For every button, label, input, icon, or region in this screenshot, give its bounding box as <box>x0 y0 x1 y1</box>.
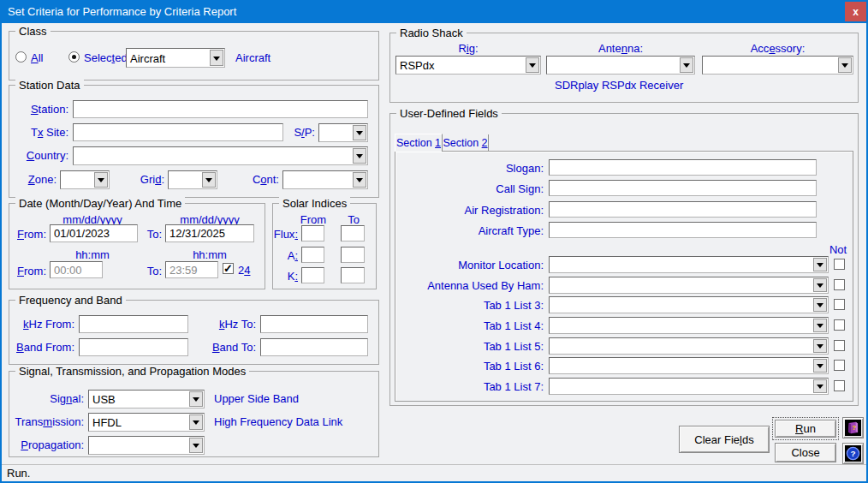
close-icon[interactable]: x <box>845 2 866 21</box>
not-checkbox-5[interactable] <box>834 340 845 351</box>
tx-site-input[interactable] <box>73 123 283 141</box>
window-border-left <box>0 23 2 483</box>
time-to-input <box>165 261 218 278</box>
dropdown-arrow-icon <box>838 57 852 73</box>
khz-from-input[interactable] <box>79 315 188 333</box>
radio-selected-label: Selected: <box>84 51 130 64</box>
time-to-label: To: <box>139 265 162 277</box>
help-button[interactable]: ? <box>842 443 864 464</box>
aircraft-type-label: Aircraft Type: <box>394 224 544 237</box>
tab1-list6-label: Tab 1 List 6: <box>394 360 544 373</box>
not-checkbox-1[interactable] <box>834 259 845 270</box>
dropdown-arrow-icon <box>813 339 827 353</box>
transmission-dropdown[interactable]: HFDL <box>88 413 205 432</box>
signal-dropdown[interactable]: USB <box>88 390 205 408</box>
help-book-button[interactable]: ? <box>842 417 864 438</box>
tab1-list3-dropdown[interactable] <box>549 296 829 313</box>
hours24-label: 24 <box>238 264 250 277</box>
k-to-input[interactable] <box>341 267 365 283</box>
solar-to-header: To <box>341 213 366 226</box>
flux-to-input[interactable] <box>341 225 365 242</box>
station-input[interactable] <box>73 100 368 118</box>
not-column-header: Not <box>825 243 851 256</box>
zone-dropdown[interactable] <box>60 170 110 189</box>
title-bar: Set Criteria for Performance by Criteria… <box>0 0 868 23</box>
dropdown-arrow-icon <box>94 172 108 188</box>
radio-all[interactable] <box>15 51 27 63</box>
band-from-input[interactable] <box>79 338 188 356</box>
monitor-location-dropdown[interactable] <box>549 256 829 273</box>
station-label: Station: <box>15 103 68 116</box>
tab-section-2-label: Section 2 <box>443 137 487 149</box>
dropdown-arrow-icon <box>353 125 366 140</box>
run-label: Run <box>795 422 816 435</box>
date-to-input[interactable] <box>165 224 254 242</box>
date-from-input[interactable] <box>50 224 138 242</box>
status-text: Run. <box>7 467 30 480</box>
k-index-label: K: <box>271 270 298 283</box>
class-dropdown[interactable]: Aircraft <box>126 48 225 68</box>
radio-selected[interactable] <box>68 51 80 63</box>
dropdown-arrow-icon <box>813 298 827 312</box>
run-button[interactable]: Run <box>775 420 836 438</box>
dialog-window: Set Criteria for Performance by Criteria… <box>0 0 868 483</box>
not-checkbox-4[interactable] <box>834 319 845 331</box>
khz-from-label: kHz From: <box>9 318 74 331</box>
a-from-input[interactable] <box>301 247 324 263</box>
dropdown-arrow-icon <box>680 57 693 73</box>
band-to-input[interactable] <box>260 338 368 356</box>
tab1-list4-dropdown[interactable] <box>549 317 829 334</box>
slogan-input[interactable] <box>549 159 817 176</box>
call-sign-input[interactable] <box>549 180 817 196</box>
svg-text:?: ? <box>852 424 856 432</box>
air-registration-input[interactable] <box>549 201 817 218</box>
accessory-dropdown[interactable] <box>702 56 853 75</box>
tab-section-2[interactable]: Section 2 <box>443 134 489 151</box>
class-hint: Aircraft <box>235 51 271 64</box>
air-registration-label: Air Registration: <box>394 204 544 217</box>
antenna-dropdown[interactable] <box>546 56 695 75</box>
propagation-dropdown[interactable] <box>88 436 205 455</box>
country-dropdown[interactable] <box>73 146 368 165</box>
grid-dropdown[interactable] <box>168 170 217 189</box>
transmission-hint: High Frequency Data Link <box>214 415 342 428</box>
dropdown-arrow-icon <box>353 172 366 188</box>
not-checkbox-6[interactable] <box>834 360 845 371</box>
cont-label: Cont: <box>241 173 279 186</box>
dropdown-arrow-icon <box>526 57 539 73</box>
band-to-label: Band To: <box>193 341 256 354</box>
khz-to-input[interactable] <box>260 315 368 333</box>
antenna-used-by-ham-dropdown[interactable] <box>549 277 829 294</box>
tab1-list6-dropdown[interactable] <box>549 357 829 374</box>
time-from-label: From: <box>10 265 46 277</box>
tab-section-1-label: Section 1 <box>396 137 441 149</box>
tab1-list5-dropdown[interactable] <box>549 337 829 355</box>
not-checkbox-3[interactable] <box>834 299 845 310</box>
tab-section-1[interactable]: Section 1 <box>395 134 443 152</box>
close-label: Close <box>791 446 819 459</box>
tab1-list7-dropdown[interactable] <box>549 378 829 395</box>
dropdown-arrow-icon <box>813 379 827 393</box>
flux-from-input[interactable] <box>301 225 324 242</box>
dropdown-arrow-icon <box>189 414 203 430</box>
not-checkbox-7[interactable] <box>834 380 845 391</box>
cont-dropdown[interactable] <box>282 170 368 189</box>
k-from-input[interactable] <box>301 267 324 283</box>
country-label: Country: <box>5 149 68 162</box>
signal-label: Signal: <box>17 392 84 405</box>
close-button[interactable]: Close <box>775 443 836 462</box>
rig-dropdown[interactable]: RSPdx <box>395 56 541 75</box>
sp-dropdown[interactable] <box>318 123 368 142</box>
aircraft-type-input[interactable] <box>549 222 817 238</box>
a-to-input[interactable] <box>341 247 365 263</box>
transmission-dropdown-value: HFDL <box>92 416 122 429</box>
propagation-label: Propagation: <box>15 438 84 451</box>
hours24-checkbox[interactable] <box>223 263 234 274</box>
not-checkbox-2[interactable] <box>834 279 845 290</box>
clear-fields-button[interactable]: Clear Fields <box>679 426 770 453</box>
dropdown-arrow-icon <box>202 172 216 188</box>
clear-fields-label: Clear Fields <box>694 433 753 446</box>
udf-group-title: User-Defined Fields <box>396 107 502 120</box>
dropdown-arrow-icon <box>210 50 223 66</box>
solar-from-header: From <box>294 213 332 226</box>
